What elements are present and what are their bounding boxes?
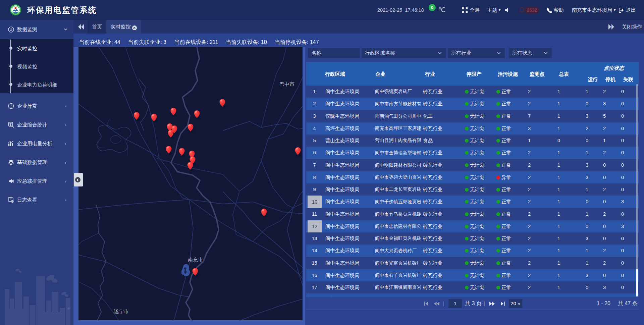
svg-text:遂宁市: 遂宁市 (114, 309, 129, 314)
svg-text:巴中市: 巴中市 (279, 81, 294, 87)
svg-text:南充市: 南充市 (188, 257, 203, 262)
